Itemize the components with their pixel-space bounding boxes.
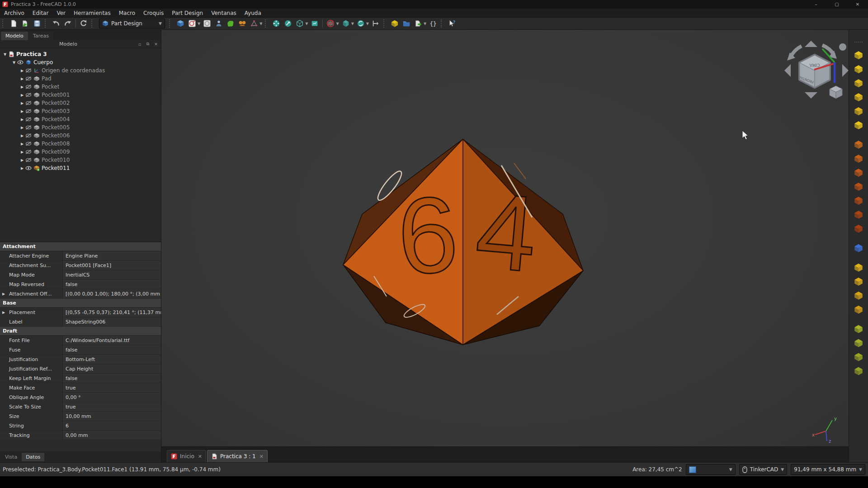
expander-icon[interactable]: ▶ — [2, 310, 5, 314]
close-tab-icon[interactable]: ✕ — [259, 454, 264, 460]
tree-item-pocket004[interactable]: ▶ Pocket004 — [0, 115, 161, 123]
create-datum-button[interactable] — [249, 18, 259, 29]
tab-inicio[interactable]: Inicio ✕ — [167, 450, 206, 462]
tree-item-cuerpo[interactable]: ▼ Cuerpo — [0, 58, 161, 66]
tab-tareas[interactable]: Tareas — [28, 32, 53, 40]
expander-icon[interactable]: ▶ — [20, 150, 24, 154]
tree-item-pocket008[interactable]: ▶ Pocket008 — [0, 140, 161, 148]
expander-icon[interactable]: ▶ — [20, 158, 24, 162]
map-sketch-button[interactable] — [213, 18, 224, 29]
create-body-button[interactable] — [175, 18, 186, 29]
property-row[interactable]: Fuse false — [0, 345, 161, 355]
tree-item-pocket011[interactable]: ▶ Pocket011 — [0, 164, 161, 172]
property-row[interactable]: Font File C:/Windows/Fonts/arial.ttf — [0, 336, 161, 345]
menu-ventanas[interactable]: Ventanas — [207, 9, 241, 17]
whats-this-button[interactable]: ? — [447, 18, 458, 29]
tree-item-pocket002[interactable]: ▶ Pocket002 — [0, 99, 161, 107]
redo-button[interactable] — [62, 18, 73, 29]
pocket-button[interactable] — [853, 138, 865, 150]
expander-icon[interactable]: ▼ — [3, 52, 7, 56]
property-group-attachment[interactable]: Attachment — [0, 242, 161, 251]
groove-button[interactable] — [853, 166, 865, 178]
tree-item-pad[interactable]: ▶ Pad — [0, 75, 161, 83]
toolbar-grip[interactable] — [91, 19, 95, 28]
close-panel-icon[interactable]: ✕ — [153, 42, 159, 47]
hole-button[interactable] — [853, 152, 865, 164]
property-row[interactable]: Map Mode InertialCS — [0, 270, 161, 280]
toolbar-grip[interactable] — [383, 19, 387, 28]
draw-style-button[interactable] — [325, 18, 336, 29]
subtractive-loft-button[interactable] — [853, 180, 865, 192]
link-view-button[interactable] — [355, 18, 366, 29]
expander-icon[interactable]: ▼ — [12, 61, 16, 65]
subtractive-helix-button[interactable] — [853, 208, 865, 221]
create-group-button[interactable] — [401, 18, 412, 29]
multitransform-button[interactable] — [853, 365, 865, 377]
expander-icon[interactable]: ▶ — [20, 101, 24, 105]
subtractive-primitive-button[interactable] — [853, 222, 865, 235]
open-file-button[interactable] — [20, 18, 31, 29]
menu-archivo[interactable]: Archivo — [0, 9, 28, 17]
property-row[interactable]: ▶Placement [(0,55 -0,75 0,37); 210,41 °;… — [0, 308, 161, 317]
chevron-down-icon[interactable]: ▼ — [198, 22, 200, 26]
property-row[interactable]: Tracking 0,00 mm — [0, 431, 161, 440]
tree-item-pocket005[interactable]: ▶ Pocket005 — [0, 123, 161, 131]
property-row[interactable]: Justification Ref... Cap Height — [0, 364, 161, 374]
close-button[interactable]: ✕ — [847, 0, 868, 9]
revolution-button[interactable] — [853, 63, 865, 75]
expander-icon[interactable]: ▶ — [20, 126, 24, 130]
tab-practica3[interactable]: Practica 3 : 1 ✕ — [207, 450, 268, 462]
navigation-style-selector[interactable]: TinkerCAD ▼ — [739, 464, 788, 475]
chevron-down-icon[interactable]: ▼ — [259, 22, 262, 26]
octahedron-model[interactable]: 6 4 — [161, 30, 849, 447]
chevron-down-icon[interactable]: ▼ — [351, 22, 354, 26]
create-part-button[interactable] — [389, 18, 400, 29]
tab-datos[interactable]: Datos — [22, 453, 44, 461]
expander-icon[interactable]: ▶ — [20, 69, 24, 73]
close-tab-icon[interactable]: ✕ — [198, 454, 202, 460]
new-view-button[interactable] — [309, 18, 320, 29]
expander-icon[interactable]: ▶ — [2, 292, 5, 296]
toolbar-grip[interactable] — [854, 42, 863, 45]
toolbar-grip[interactable] — [441, 19, 444, 28]
fit-selection-button[interactable] — [283, 18, 293, 29]
property-row[interactable]: Size 10,00 mm — [0, 412, 161, 421]
box-selection-button[interactable] — [340, 18, 351, 29]
tree-item-pocket010[interactable]: ▶ Pocket010 — [0, 156, 161, 164]
thickness-button[interactable] — [853, 303, 865, 315]
additive-primitive-button[interactable] — [853, 119, 865, 131]
menu-ayuda[interactable]: Ayuda — [241, 9, 265, 17]
expander-icon[interactable]: ▶ — [20, 134, 24, 138]
create-shapebinder-button[interactable] — [225, 18, 236, 29]
tree-item-pocket006[interactable]: ▶ Pocket006 — [0, 131, 161, 140]
tree-item-pocket001[interactable]: ▶ Pocket001 — [0, 91, 161, 99]
property-row[interactable]: String 6 — [0, 421, 161, 431]
pad-button[interactable] — [853, 49, 865, 61]
polar-pattern-button[interactable] — [853, 351, 865, 363]
menu-part-design[interactable]: Part Design — [168, 9, 207, 17]
chevron-down-icon[interactable]: ▼ — [366, 22, 369, 26]
edit-sketch-button[interactable] — [202, 18, 212, 29]
additive-pipe-button[interactable] — [853, 91, 865, 103]
tree-item-pocket[interactable]: ▶ Pocket — [0, 83, 161, 91]
minimize-button[interactable]: – — [806, 0, 826, 9]
property-row[interactable]: Scale To Size true — [0, 402, 161, 412]
chevron-down-icon[interactable]: ▼ — [424, 22, 426, 26]
property-group-draft[interactable]: Draft — [0, 327, 161, 336]
additive-helix-button[interactable] — [853, 105, 865, 117]
navigation-cube[interactable]: CIMA FRONTAL — [783, 39, 850, 107]
tree-item-practica3[interactable]: ▼ Practica 3 — [0, 50, 161, 58]
expander-icon[interactable]: ▶ — [20, 166, 24, 170]
maximize-button[interactable]: ▢ — [826, 0, 847, 9]
workbench-selector[interactable]: Part Design ▼ — [99, 19, 165, 28]
expander-icon[interactable]: ▶ — [20, 109, 24, 113]
expander-icon[interactable]: ▶ — [20, 77, 24, 81]
3d-viewport[interactable]: 6 4 — [161, 30, 849, 446]
tree-item-pocket003[interactable]: ▶ Pocket003 — [0, 107, 161, 115]
menu-editar[interactable]: Editar — [28, 9, 53, 17]
create-sketch-button[interactable] — [187, 18, 198, 29]
tab-modelo[interactable]: Modelo — [1, 32, 28, 40]
property-row[interactable]: Label ShapeString006 — [0, 317, 161, 327]
toolbar-grip[interactable] — [265, 19, 269, 28]
dock-panel-icon[interactable]: ⧉ — [145, 42, 151, 47]
